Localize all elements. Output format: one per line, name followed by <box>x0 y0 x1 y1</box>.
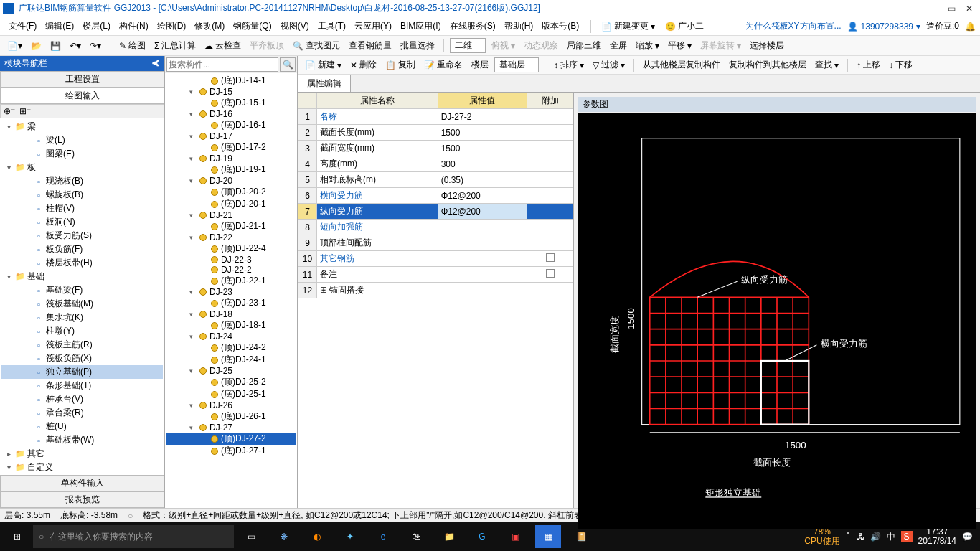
tree-item[interactable]: ▫板受力筋(S) <box>1 229 163 242</box>
menu-绘图(D)[interactable]: 绘图(D) <box>153 19 191 32</box>
menu-楼层(L)[interactable]: 楼层(L) <box>78 19 115 32</box>
batchsel-button[interactable]: 批量选择 <box>397 38 438 53</box>
instance-node[interactable]: ▾DJ-24 <box>166 331 296 342</box>
tree-group[interactable]: ▾📁自定义 <box>1 461 163 474</box>
prop-row[interactable]: 10其它钢筋 <box>298 251 573 267</box>
instance-node[interactable]: (底)DJ-26-1 <box>166 410 296 423</box>
instance-node[interactable]: ▾DJ-22 <box>166 232 296 242</box>
flattop-button[interactable]: 平齐板顶 <box>247 38 287 53</box>
tree-item[interactable]: ▫桩承台(V) <box>1 392 163 406</box>
copyto-button[interactable]: 复制构件到其他楼层 <box>726 57 809 72</box>
tree-item[interactable]: ▫圈梁(E) <box>1 147 163 161</box>
tree-item[interactable]: ▫条形基础(T) <box>1 379 163 392</box>
gxe-button[interactable]: 🙂 广小二 <box>662 19 707 34</box>
instance-node[interactable]: (底)DJ-23-1 <box>166 297 296 309</box>
prop-row[interactable]: 3截面宽度(mm)1500 <box>298 141 573 156</box>
instance-node[interactable]: ▾DJ-18 <box>166 309 296 319</box>
tree-item[interactable]: ▫筏板基础(M) <box>1 297 163 311</box>
search-button[interactable]: 🔍 <box>280 57 296 72</box>
redo-icon[interactable]: ↷▾ <box>87 39 104 52</box>
tree-item[interactable]: ▫基础板带(W) <box>1 433 163 447</box>
instance-node[interactable]: (顶)DJ-20-2 <box>166 186 296 198</box>
prop-row[interactable]: 8短向加强筋 <box>298 220 573 235</box>
instance-node[interactable]: (底)DJ-20-1 <box>166 198 296 210</box>
properties-table[interactable]: 属性名称 属性值 附加 1名称DJ-27-22截面长度(mm)15003截面宽度… <box>298 93 574 508</box>
view-mode-select[interactable]: 二维 <box>450 38 486 53</box>
tray-sogou-icon[interactable]: S <box>901 531 913 542</box>
tree-group[interactable]: ▾📁基础 <box>1 270 163 283</box>
sumcalc-button[interactable]: Σ 汇总计算 <box>151 38 199 53</box>
prop-row[interactable]: 2截面长度(mm)1500 <box>298 125 573 141</box>
tree-group[interactable]: ▾📁板 <box>1 161 163 174</box>
instance-node[interactable]: (底)DJ-27-1 <box>166 445 296 457</box>
tree-item[interactable]: ▫现浇板(B) <box>1 174 163 188</box>
screenrot-button[interactable]: 屏幕旋转 ▾ <box>697 38 744 53</box>
cloudcheck-button[interactable]: ☁ 云检查 <box>202 38 244 53</box>
find-button[interactable]: 查找 ▾ <box>812 57 842 72</box>
instance-node[interactable]: (底)DJ-14-1 <box>166 75 296 87</box>
viewrebar-button[interactable]: 查看钢筋量 <box>346 38 395 53</box>
instance-node[interactable]: (顶)DJ-25-2 <box>166 376 296 388</box>
delete-button[interactable]: ✕ 删除 <box>347 57 380 72</box>
store-icon[interactable]: 🛍 <box>400 522 432 551</box>
tree-item[interactable]: ▫梁(L) <box>1 133 163 147</box>
instance-node[interactable]: (底)DJ-21-1 <box>166 220 296 232</box>
app5-icon[interactable]: ▣ <box>499 522 531 551</box>
notifications-icon[interactable]: 💬 <box>962 532 973 542</box>
prop-row[interactable]: 1名称DJ-27-2 <box>298 109 573 125</box>
tree-item[interactable]: ▫柱墩(Y) <box>1 324 163 338</box>
instance-node[interactable]: DJ-22-3 <box>166 255 296 265</box>
prop-row[interactable]: 7纵向受力筋Φ12@200 <box>298 204 573 220</box>
instance-node[interactable]: ▾DJ-19 <box>166 154 296 164</box>
instance-node[interactable]: ▾DJ-27 <box>166 423 296 433</box>
instance-node[interactable]: (底)DJ-25-1 <box>166 388 296 400</box>
tree-item[interactable]: ▫筏板负筋(X) <box>1 352 163 365</box>
instance-node[interactable]: (底)DJ-22-1 <box>166 275 296 287</box>
instance-node[interactable]: (顶)DJ-24-2 <box>166 342 296 354</box>
instance-node[interactable]: ▾DJ-23 <box>166 287 296 297</box>
tray-network-icon[interactable]: 🖧 <box>856 532 864 542</box>
tree-item[interactable]: ▫独立基础(P) <box>1 365 163 379</box>
instance-node[interactable]: ▾DJ-20 <box>166 176 296 186</box>
down-button[interactable]: ↓ 下移 <box>886 57 915 72</box>
instance-node[interactable]: (底)DJ-19-1 <box>166 164 296 176</box>
menu-BIM应用(I)[interactable]: BIM应用(I) <box>396 19 446 32</box>
prop-row[interactable]: 5相对底标高(m)(0.35) <box>298 172 573 188</box>
instance-node[interactable]: (底)DJ-15-1 <box>166 97 296 109</box>
menu-帮助(H)[interactable]: 帮助(H) <box>500 19 538 32</box>
prop-row[interactable]: 6横向受力筋Φ12@200 <box>298 188 573 204</box>
fullscreen-button[interactable]: 全屏 <box>607 38 630 53</box>
instance-node[interactable]: ▾DJ-17 <box>166 131 296 141</box>
tree-item[interactable]: ▫螺旋板(B) <box>1 188 163 202</box>
rename-button[interactable]: 📝 重命名 <box>421 57 466 72</box>
tree-group[interactable]: ▸📁其它 <box>1 447 163 461</box>
tray-volume-icon[interactable]: 🔊 <box>870 532 881 542</box>
instance-node[interactable]: DJ-22-2 <box>166 265 296 275</box>
instance-node[interactable]: ▾DJ-15 <box>166 87 296 97</box>
expand-icon[interactable]: ⊕⁻ <box>4 106 15 116</box>
tree-item[interactable]: ▫板负筋(F) <box>1 242 163 256</box>
instance-node[interactable]: (底)DJ-16-1 <box>166 119 296 131</box>
menu-构件(N)[interactable]: 构件(N) <box>115 19 153 32</box>
collapse-icon[interactable]: ⊞⁻ <box>19 106 31 116</box>
instance-node[interactable]: ▾DJ-25 <box>166 366 296 376</box>
new-button[interactable]: 📄 新建 ▾ <box>302 57 344 72</box>
app3-icon[interactable]: ✦ <box>334 522 366 551</box>
user-phone[interactable]: 👤13907298339 ▾ <box>847 22 920 32</box>
tree-item[interactable]: ▫桩(U) <box>1 420 163 433</box>
menu-视图(V)[interactable]: 视图(V) <box>276 19 314 32</box>
copy-button[interactable]: 📋 复制 <box>382 57 418 72</box>
instance-node[interactable]: ▾DJ-16 <box>166 109 296 119</box>
report-preview-button[interactable]: 报表预览 <box>0 491 164 508</box>
filter-button[interactable]: ▽ 过滤 ▾ <box>590 57 628 72</box>
up-button[interactable]: ↑ 上移 <box>854 57 883 72</box>
bell-icon[interactable]: 🔔 <box>965 22 976 32</box>
menu-在线服务(S)[interactable]: 在线服务(S) <box>446 19 500 32</box>
local3d-button[interactable]: 局部三维 <box>564 38 604 53</box>
menu-云应用(Y)[interactable]: 云应用(Y) <box>350 19 396 32</box>
taskbar-search[interactable]: ○ 在这里输入你要搜索的内容 <box>33 525 234 548</box>
instance-node[interactable]: (顶)DJ-22-4 <box>166 242 296 255</box>
tree-item[interactable]: ▫筏板主筋(R) <box>1 338 163 352</box>
app1-icon[interactable]: ❋ <box>268 522 300 551</box>
tray-up-icon[interactable]: ˄ <box>846 532 850 542</box>
